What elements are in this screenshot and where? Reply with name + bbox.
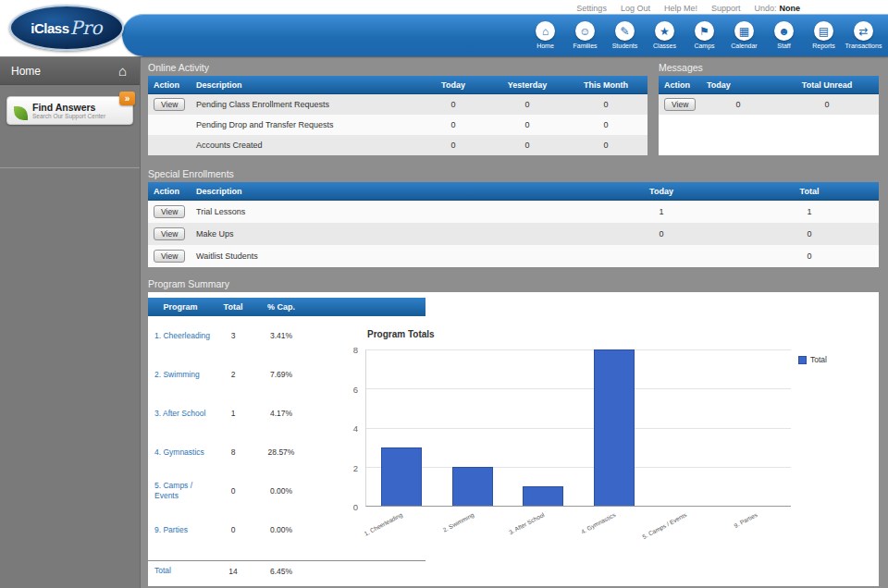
- program-link[interactable]: 2. Swimming: [148, 370, 213, 380]
- col-action: Action: [148, 80, 191, 90]
- table-row: Accounts Created 0 0 0: [148, 135, 648, 155]
- table-row: 9. Parties 0 0.00%: [148, 510, 361, 549]
- find-answers-card[interactable]: Find Answers Search Our Support Center »: [6, 96, 133, 125]
- col-description: Description: [191, 80, 416, 90]
- undo-value: None: [780, 4, 801, 13]
- find-answers-subtitle: Search Our Support Center: [32, 113, 123, 119]
- col-program: Program: [148, 302, 213, 312]
- nav-camps-label: Camps: [694, 43, 714, 49]
- support-link[interactable]: Support: [711, 4, 741, 13]
- camps-icon: ⚑: [695, 21, 714, 41]
- cell-description: Make Ups: [191, 229, 583, 239]
- chart-bar: [452, 467, 493, 506]
- view-button[interactable]: View: [154, 98, 185, 111]
- cell-cap: 0.00%: [253, 525, 309, 534]
- chart-bar: [381, 447, 422, 506]
- table-row: View 0 0: [659, 94, 879, 115]
- sidebar: Home ⌂ Find Answers Search Our Support C…: [0, 57, 141, 588]
- program-link[interactable]: 3. After School: [148, 409, 213, 419]
- col-action: Action: [659, 80, 701, 90]
- cell-today: 0: [416, 141, 490, 150]
- cell-this-month: 0: [564, 120, 648, 129]
- table-header: Action Today Total Unread: [659, 76, 879, 94]
- cell-today: 1: [583, 207, 740, 216]
- sidebar-home-header[interactable]: Home ⌂: [0, 57, 140, 85]
- y-tick-label: 0: [353, 502, 358, 512]
- cell-cap: 3.41%: [253, 331, 309, 340]
- nav-students[interactable]: ✎ Students: [605, 21, 645, 49]
- nav-calendar[interactable]: ▦ Calendar: [724, 21, 764, 49]
- program-link[interactable]: 5. Camps / Events: [148, 481, 213, 500]
- messages-filler: [659, 115, 879, 155]
- table-row: View Trial Lessons 1 1: [148, 201, 879, 223]
- col-description: Description: [191, 187, 583, 196]
- legend-swatch: [798, 356, 807, 364]
- online-activity-table: Action Description Today Yesterday This …: [148, 76, 648, 155]
- nav-transactions[interactable]: ⇄ Transactions: [844, 21, 883, 49]
- program-summary-title: Program Summary: [148, 278, 879, 289]
- view-button[interactable]: View: [154, 205, 185, 218]
- sidebar-top-section: Find Answers Search Our Support Center »: [0, 85, 140, 168]
- program-link[interactable]: 4. Gymnastics: [148, 447, 213, 458]
- families-icon: ☺: [575, 21, 595, 41]
- cell-description: Pending Drop and Transfer Requests: [191, 120, 416, 129]
- logout-link[interactable]: Log Out: [621, 4, 650, 13]
- cell-total: 0: [740, 229, 879, 239]
- y-tick-label: 2: [353, 462, 358, 472]
- nav-camps[interactable]: ⚑ Camps: [684, 21, 724, 49]
- main-navbar: ⌂ Home ☺ Families ✎ Students ★ Classes ⚑…: [122, 14, 888, 56]
- program-summary-panel: Program Total % Cap. 1. Cheerleading 3 3…: [148, 292, 879, 586]
- cell-cap: 0.00%: [253, 486, 309, 496]
- legend-label: Total: [810, 355, 827, 364]
- table-row: View Make Ups 0 0: [148, 223, 879, 245]
- cell-today: 0: [701, 100, 775, 109]
- find-answers-title: Find Answers: [32, 102, 123, 113]
- top-links: Settings Log Out Help Me! Support Undo:N…: [576, 4, 800, 13]
- cell-total: 0: [213, 486, 253, 496]
- table-header: Action Description Today Total: [148, 182, 879, 201]
- main-content: Online Activity Action Description Today…: [148, 57, 879, 586]
- cell-today: 0: [583, 229, 740, 239]
- iclasspro-logo[interactable]: iClassPro: [9, 5, 124, 51]
- cell-total: 0: [213, 525, 253, 534]
- chart-bar: [594, 349, 635, 506]
- y-tick-label: 6: [353, 384, 358, 394]
- view-button[interactable]: View: [664, 98, 696, 111]
- gridline: [366, 388, 791, 389]
- table-row: 3. After School 1 4.17%: [148, 394, 361, 433]
- nav-reports[interactable]: ▤ Reports: [804, 21, 844, 49]
- help-link[interactable]: Help Me!: [664, 4, 697, 13]
- cell-total: 1: [213, 409, 253, 418]
- cell-description: Accounts Created: [191, 141, 416, 150]
- settings-link[interactable]: Settings: [576, 4, 607, 13]
- gridline: [366, 349, 791, 350]
- cell-total-unread: 0: [775, 100, 879, 109]
- program-link[interactable]: 9. Parties: [148, 525, 213, 535]
- online-activity-section: Online Activity Action Description Today…: [148, 57, 648, 155]
- chart-y-axis: 02468: [338, 349, 362, 507]
- view-button[interactable]: View: [154, 227, 185, 240]
- cell-total: 1: [740, 207, 879, 216]
- program-rows: 1. Cheerleading 3 3.41% 2. Swimming 2 7.…: [148, 316, 361, 549]
- cell-yesterday: 0: [490, 120, 564, 129]
- cell-today: 0: [416, 100, 490, 109]
- nav-staff[interactable]: ☻ Staff: [764, 21, 804, 49]
- cell-this-month: 0: [564, 141, 648, 150]
- students-icon: ✎: [615, 21, 635, 41]
- nav-home-label: Home: [536, 43, 554, 49]
- view-button[interactable]: View: [154, 250, 185, 263]
- program-link[interactable]: 1. Cheerleading: [148, 331, 213, 341]
- nav-home[interactable]: ⌂ Home: [525, 21, 565, 49]
- nav-classes[interactable]: ★ Classes: [645, 21, 684, 49]
- nav-families[interactable]: ☺ Families: [565, 21, 605, 49]
- table-header: Action Description Today Yesterday This …: [148, 76, 648, 94]
- cell-description: Pending Class Enrollment Requests: [191, 100, 416, 109]
- cell-yesterday: 0: [490, 141, 564, 150]
- table-row: Pending Drop and Transfer Requests 0 0 0: [148, 115, 648, 135]
- cell-total: 3: [213, 331, 253, 340]
- cell-description: Waitlist Students: [191, 251, 583, 261]
- cell-total: 14: [213, 567, 253, 576]
- col-today: Today: [416, 80, 490, 90]
- logo-text-script: Pro: [70, 17, 103, 39]
- reports-icon: ▤: [814, 21, 833, 41]
